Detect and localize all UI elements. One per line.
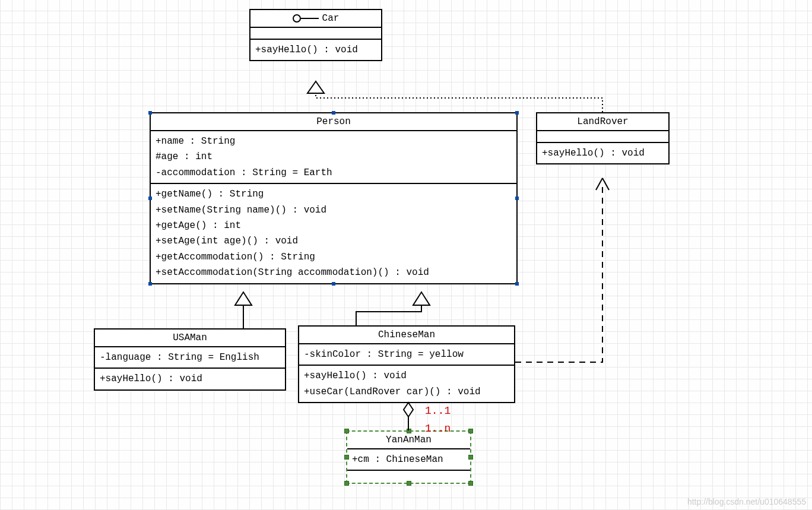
selection-handle[interactable] xyxy=(515,282,519,286)
class-person-attrs: +name : String #age : int -accommodation… xyxy=(151,131,516,184)
class-name: YanAnMan xyxy=(386,435,432,445)
selection-handle[interactable] xyxy=(332,282,335,286)
class-chineseman-attrs: -skinColor : String = yellow xyxy=(299,344,514,366)
op-row: +getAge() : int xyxy=(156,218,512,233)
class-person-title: Person xyxy=(151,113,516,131)
attr-row: #age : int xyxy=(156,149,512,164)
op-row: +sayHello() : void xyxy=(255,42,376,58)
attr-row: -accommodation : String = Earth xyxy=(156,165,512,180)
class-person-ops: +getName() : String +setName(String name… xyxy=(151,184,516,283)
class-yananman-title: YanAnMan xyxy=(347,432,470,449)
selection-handle[interactable] xyxy=(148,282,152,286)
class-chineseman-title: ChineseMan xyxy=(299,327,514,344)
selection-handle[interactable] xyxy=(148,197,152,200)
class-yananman[interactable]: YanAnMan +cm : ChineseMan xyxy=(346,430,471,484)
selection-handle[interactable] xyxy=(407,429,411,433)
class-name: ChineseMan xyxy=(378,330,435,340)
class-usaman-title: USAMan xyxy=(95,330,285,347)
class-landrover-title: LandRover xyxy=(537,113,668,131)
op-row: +sayHello() : void xyxy=(304,368,509,384)
op-row: +setAccommodation(String accommodation)(… xyxy=(156,265,512,280)
selection-handle[interactable] xyxy=(407,481,411,486)
class-name: Car xyxy=(322,13,340,24)
selection-handle[interactable] xyxy=(515,111,519,115)
class-name: LandRover xyxy=(577,116,628,127)
op-row: +getAccommodation() : String xyxy=(156,249,512,265)
op-row: +setAge(int age)() : void xyxy=(156,233,512,249)
class-name: USAMan xyxy=(173,332,207,343)
class-name: Person xyxy=(316,116,351,127)
class-chineseman-ops: +sayHello() : void +useCar(LandRover car… xyxy=(299,366,514,402)
interface-lollipop-icon xyxy=(293,14,319,23)
class-car-ops: +sayHello() : void xyxy=(250,40,381,60)
op-row: +useCar(LandRover car)() : void xyxy=(304,384,509,400)
attr-row: -language : String = English xyxy=(100,350,280,365)
selection-handle[interactable] xyxy=(468,429,473,433)
class-car-title: Car xyxy=(250,10,381,28)
watermark-text: http://blog.csdn.net/u010648555 xyxy=(687,497,806,506)
attr-row: +name : String xyxy=(156,134,512,149)
selection-handle[interactable] xyxy=(344,429,349,433)
op-row: +sayHello() : void xyxy=(100,371,280,387)
multiplicity-label: 1..1 xyxy=(425,405,451,417)
class-landrover-ops: +sayHello() : void xyxy=(537,143,668,163)
class-car[interactable]: Car +sayHello() : void xyxy=(249,9,382,61)
selection-handle[interactable] xyxy=(332,111,335,115)
attr-row: +cm : ChineseMan xyxy=(352,452,465,467)
class-person[interactable]: Person +name : String #age : int -accomm… xyxy=(150,112,518,284)
op-row: +sayHello() : void xyxy=(542,145,664,161)
class-landrover[interactable]: LandRover +sayHello() : void xyxy=(536,112,670,164)
op-row: +setName(String name)() : void xyxy=(156,202,512,218)
class-chineseman[interactable]: ChineseMan -skinColor : String = yellow … xyxy=(298,325,515,403)
multiplicity-label: 1..n xyxy=(425,423,451,435)
class-landrover-attrs xyxy=(537,131,668,143)
class-usaman[interactable]: USAMan -language : String = English +say… xyxy=(94,328,286,391)
class-yananman-attrs: +cm : ChineseMan xyxy=(347,449,470,471)
selection-handle[interactable] xyxy=(148,111,152,115)
attr-row: -skinColor : String = yellow xyxy=(304,347,509,362)
selection-handle[interactable] xyxy=(515,197,519,200)
class-usaman-attrs: -language : String = English xyxy=(95,347,285,369)
selection-handle[interactable] xyxy=(344,481,349,486)
op-row: +getName() : String xyxy=(156,186,512,202)
selection-handle[interactable] xyxy=(468,455,473,460)
class-car-attrs xyxy=(250,28,381,40)
class-usaman-ops: +sayHello() : void xyxy=(95,369,285,389)
selection-handle[interactable] xyxy=(468,481,473,486)
selection-handle[interactable] xyxy=(344,455,349,460)
